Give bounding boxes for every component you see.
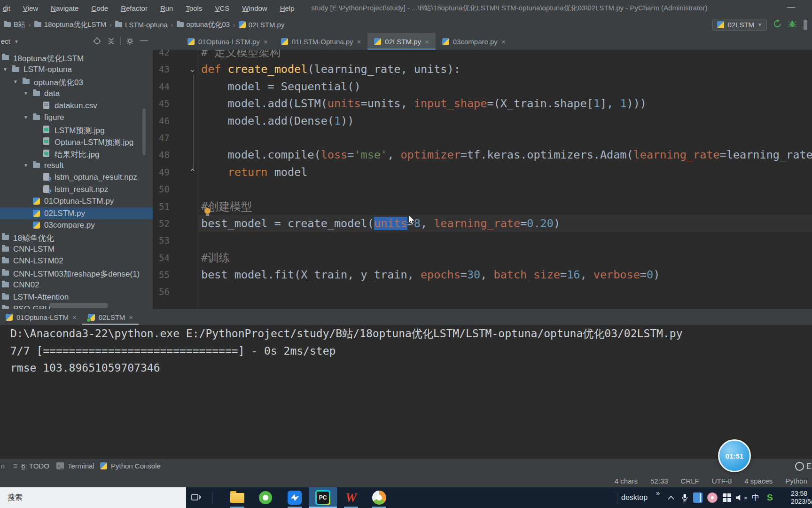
tree-item[interactable]: 结果对比.jpg [0,148,153,159]
hide-panel-button[interactable]: — [140,36,148,45]
tree-item[interactable]: 02LSTM.py [0,207,153,219]
menu-run[interactable]: Run [160,4,173,12]
run-console[interactable]: D:\Anaconda3-22\python.exe E:/PythonProj… [0,325,812,459]
tree-expand-arrow-icon[interactable]: ▼ [13,79,18,84]
editor-tab[interactable]: 01LSTM-Optuna.py× [274,33,368,50]
breadcrumb-item[interactable]: 18optuna优化LSTM [34,20,107,29]
tree-expand-arrow-icon[interactable]: ▼ [23,115,28,120]
gear-icon[interactable] [126,37,134,47]
fold-marker-icon[interactable]: ⌄ [189,61,196,78]
menu-navigate[interactable]: Navigate [51,4,78,12]
taskbar-app-wps[interactable]: W [337,487,365,508]
tree-item[interactable]: ▼figure [0,111,153,123]
tray-volume[interactable]: × [736,487,748,508]
todo-toolwindow-button[interactable]: ≡ 6: TODO [13,462,49,470]
tray-windows-app[interactable] [723,487,731,508]
menu-code[interactable]: Code [91,4,108,12]
line-number[interactable]: 48 [153,146,170,163]
editor-tab[interactable]: 01Optuna-LSTM.py× [181,33,274,50]
close-tab-icon[interactable]: × [425,38,429,46]
close-tab-icon[interactable]: × [72,313,77,321]
breadcrumb-item[interactable]: LSTM-optuna [115,21,168,29]
line-number[interactable]: 43 [153,61,170,78]
tree-item[interactable]: LSTM预测.jpg [0,124,153,135]
tree-expand-arrow-icon[interactable]: ▼ [23,91,28,96]
editor-tab[interactable]: 03compare.py× [436,33,512,50]
tree-item[interactable]: CNN02 [0,279,153,291]
breadcrumb-item[interactable]: optuna优化03 [177,20,230,29]
toolbar-more-icon[interactable]: » [656,489,660,497]
tree-expand-arrow-icon[interactable]: ▼ [3,67,8,72]
taskbar-app-pycharm[interactable]: PC [309,487,337,508]
line-number[interactable]: 50 [153,181,170,198]
line-number[interactable]: 51 [153,198,170,215]
intention-bulb-icon[interactable] [204,208,211,214]
run-configuration-select[interactable]: 02LSTM ▼ [712,19,767,31]
tree-item[interactable]: 01Optuna-LSTM.py [0,195,153,207]
close-tab-icon[interactable]: × [501,38,506,46]
line-number[interactable]: 45 [153,95,170,112]
line-number[interactable]: 44 [153,78,170,95]
status-item[interactable]: CRLF [681,477,699,485]
close-tab-icon[interactable]: × [357,38,361,46]
breadcrumb-item[interactable]: B站 [4,20,25,29]
taskbar-search-box[interactable]: 搜索 [0,487,186,508]
close-tab-icon[interactable]: × [129,313,133,321]
menu-help[interactable]: Help [280,4,295,12]
ime-indicator[interactable]: 中 [752,487,759,508]
tree-item[interactable]: ▼data [0,87,153,99]
status-item[interactable]: 52:33 [650,477,668,485]
line-number[interactable]: 46 [153,112,170,129]
code-editor[interactable]: 42# 定义模型架构43⌄def create_model(learning_r… [153,50,812,309]
fold-marker-icon[interactable]: ⌃ [189,164,196,181]
close-tab-icon[interactable]: × [264,38,268,46]
tree-item[interactable]: ▼result [0,159,153,171]
tree-item[interactable]: CNN-LSTM03加reshape多dense(1) [0,267,153,279]
line-number[interactable]: 54 [153,249,170,266]
taskbar-app-explorer[interactable] [223,487,251,508]
tree-item[interactable]: LSTM-Attention [0,291,153,303]
breadcrumb-item[interactable]: 02LSTM.py [239,21,285,29]
project-view-selector[interactable]: ect [1,37,10,45]
line-number[interactable]: 56 [153,283,170,300]
tree-item[interactable]: Optuna-LSTM预测.jpg [0,135,153,147]
collapse-all-button[interactable] [107,37,115,47]
taskbar-app-browser[interactable] [251,487,280,508]
taskbar-app-thunder[interactable] [281,487,309,508]
tree-item[interactable]: 18optuna优化LSTM [0,52,153,64]
tree-item[interactable]: lstm_optuna_result.npz [0,171,153,183]
tree-item[interactable]: ▼LSTM-optuna [0,64,153,75]
line-number[interactable]: 42 [153,50,170,61]
horizontal-scrollbar-thumb[interactable] [49,303,108,308]
taskbar-app-kingsoft[interactable] [365,487,393,508]
menu-window[interactable]: Window [242,4,267,12]
line-number[interactable]: 47 [153,129,170,146]
tray-microphone[interactable] [680,487,689,508]
line-number[interactable]: 49 [153,164,170,181]
tree-item[interactable]: ▼optuna优化03 [0,76,153,87]
locate-file-button[interactable] [93,37,101,47]
menu-refactor[interactable]: Refactor [121,4,148,12]
tree-item[interactable]: CNN-LSTM02 [0,255,153,267]
tree-expand-arrow-icon[interactable]: ▼ [23,163,28,168]
menu-tools[interactable]: Tools [186,4,202,12]
status-item[interactable]: 4 chars [615,477,638,485]
tree-item[interactable]: 18鲸鱼优化 [0,231,153,243]
run-tab[interactable]: 01Optuna-LSTM× [0,309,82,325]
tree-item[interactable]: datakun.csv [0,100,153,111]
debug-button[interactable] [788,20,796,30]
show-hidden-icons-button[interactable] [667,487,675,508]
desktop-toolbar[interactable]: desktop [621,487,648,508]
task-view-button[interactable] [190,492,202,504]
terminal-toolwindow-button[interactable]: ›_ Terminal [56,462,94,470]
minimize-button[interactable]: — [787,2,795,12]
python-console-toolwindow-button[interactable]: Python Console [100,462,161,470]
tree-item[interactable]: lstm_result.npz [0,183,153,195]
tree-item[interactable]: CNN-LSTM [0,243,153,255]
status-item[interactable]: 4 spaces [744,477,773,485]
status-item[interactable]: Python [785,477,807,485]
editor-tab[interactable]: 02LSTM.py× [367,33,435,50]
rerun-button[interactable] [773,19,782,30]
tray-notebook-app[interactable] [693,487,703,508]
menu-vcs[interactable]: VCS [215,4,229,12]
